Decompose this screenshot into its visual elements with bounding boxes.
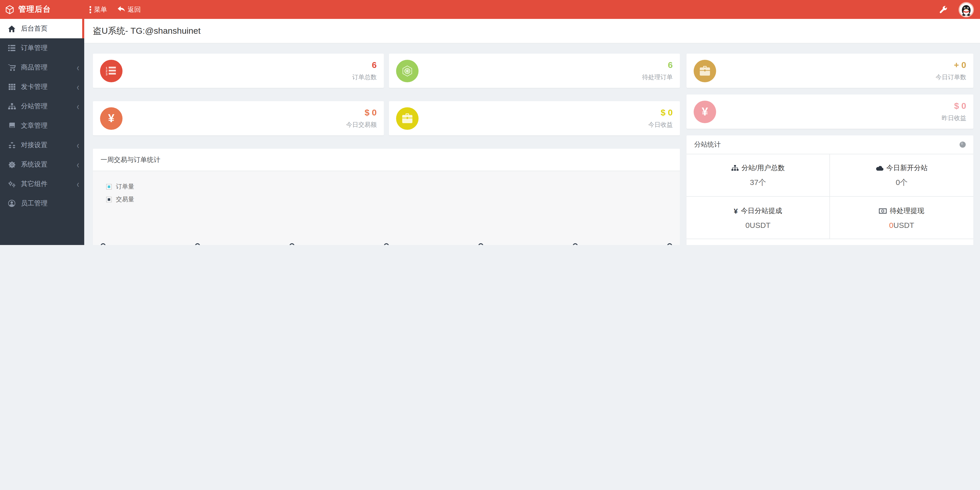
- stat-card-today-profit: $ 0 今日收益: [389, 101, 680, 136]
- list-icon: [8, 45, 16, 51]
- substation-panel: 分站统计 分站/用户总数: [687, 136, 974, 245]
- chart-panel: 一周交易与订单统计 订单量 交易量: [93, 149, 680, 245]
- gear-icon: [8, 161, 16, 168]
- yen-icon: ¥: [100, 107, 123, 129]
- wrench-icon[interactable]: [939, 5, 947, 14]
- topbar: 管理后台 菜单 返回: [0, 0, 980, 19]
- ordered-list-icon: 123: [100, 59, 123, 82]
- chart-panel-header: 一周交易与订单统计: [93, 149, 680, 171]
- book-icon: [8, 122, 16, 129]
- sitemap-icon: [8, 103, 16, 110]
- money-icon: [879, 208, 887, 213]
- substation-cell-label: 分站/用户总数: [741, 163, 785, 172]
- data-point: [573, 243, 578, 245]
- legend-label: 订单量: [116, 182, 134, 191]
- user-icon: [8, 200, 16, 207]
- brand[interactable]: 管理后台: [0, 5, 84, 14]
- data-point: [195, 243, 200, 245]
- brand-title: 管理后台: [18, 5, 51, 14]
- globe-icon: [959, 142, 966, 148]
- sidebar-item-orders[interactable]: 订单管理: [0, 38, 84, 58]
- sidebar-item-cards[interactable]: 发卡管理 ‹: [0, 77, 84, 97]
- substation-cell-withdrawals: 待处理提现 0USDT: [830, 197, 974, 239]
- chart-markers: [93, 243, 680, 245]
- ellipsis-vertical-icon: [89, 6, 91, 13]
- substation-title: 分站统计: [694, 140, 721, 149]
- withdrawal-unit: USDT: [894, 220, 915, 229]
- stat-value: $ 0: [648, 107, 673, 118]
- stat-card-today-volume: ¥ $ 0 今日交易额: [93, 101, 384, 136]
- stat-value: $ 0: [346, 107, 377, 118]
- active-indicator: [82, 19, 84, 38]
- sidebar-item-label: 对接设置: [21, 140, 48, 150]
- reply-arrow-icon: [118, 6, 125, 13]
- cubes-icon: [8, 142, 16, 148]
- sidebar-item-components[interactable]: 其它组件 ‹: [0, 174, 84, 194]
- briefcase-icon: [396, 107, 418, 129]
- sidebar-item-articles[interactable]: 文章管理: [0, 116, 84, 136]
- substation-cell-value: 0USDT: [746, 220, 770, 229]
- stat-value: 6: [352, 60, 377, 70]
- substation-cell-value: 37个: [750, 177, 766, 187]
- sidebar-item-substations[interactable]: 分站管理 ‹: [0, 97, 84, 116]
- avatar[interactable]: [959, 2, 974, 17]
- substation-grid: 分站/用户总数 37个 今日新开分站 0个: [687, 154, 974, 239]
- stat-value: + 0: [935, 60, 966, 70]
- menu-toggle[interactable]: 菜单: [89, 5, 107, 14]
- stat-label: 订单总数: [352, 73, 377, 81]
- substation-cell-commission: ¥ 今日分站提成 0USDT: [687, 197, 830, 239]
- stat-label: 昨日收益: [942, 114, 966, 122]
- sidebar-item-label: 商品管理: [21, 63, 48, 72]
- sidebar-item-label: 其它组件: [21, 179, 48, 188]
- pending-tickets: 待处理工单数量: 0 个: [687, 239, 974, 245]
- left-column: 123 6 订单总数 6 待处理订单: [93, 54, 680, 245]
- sidebar-item-label: 系统设置: [21, 160, 48, 169]
- stat-value: $ 0: [942, 101, 966, 111]
- sitemap-icon: [731, 165, 738, 171]
- yen-icon: ¥: [734, 207, 738, 215]
- cog-icon: [396, 59, 418, 82]
- sidebar-item-home[interactable]: 后台首页: [0, 19, 84, 38]
- back-button[interactable]: 返回: [118, 5, 141, 14]
- stat-label: 待处理订单: [642, 73, 673, 81]
- stat-label: 今日收益: [648, 120, 673, 129]
- weekly-chart: 订单量 交易量: [93, 171, 680, 245]
- home-icon: [8, 25, 16, 32]
- substation-cell-label: 待处理提现: [890, 206, 924, 215]
- chart-legend: 订单量 交易量: [106, 182, 134, 208]
- cloud-icon: [876, 165, 883, 171]
- main-content: 盗U系统- TG:@shanshuinet 123 6 订单总数: [84, 19, 980, 245]
- cart-icon: [8, 64, 16, 71]
- logo-icon: [5, 5, 14, 14]
- admin-dashboard: 管理后台 菜单 返回: [0, 0, 980, 245]
- sidebar-item-products[interactable]: 商品管理 ‹: [0, 58, 84, 77]
- topbar-links: 菜单 返回: [89, 5, 151, 14]
- stat-label: 今日订单数: [935, 73, 966, 81]
- legend-swatch-orders: [106, 184, 112, 190]
- withdrawal-number: 0: [889, 220, 894, 229]
- legend-label: 交易量: [116, 195, 134, 204]
- data-point: [478, 243, 484, 245]
- sidebar-item-label: 订单管理: [21, 43, 48, 53]
- sidebar-item-staff[interactable]: 员工管理: [0, 194, 84, 213]
- stat-card-yesterday-profit: ¥ $ 0 昨日收益: [687, 94, 974, 129]
- substation-cell-label: 今日分站提成: [741, 206, 782, 215]
- legend-item-trades[interactable]: 交易量: [106, 195, 134, 204]
- data-point: [290, 243, 294, 245]
- sidebar: 后台首页 订单管理 商品管理 ‹ 发卡管理 ‹ 分: [0, 19, 84, 245]
- chevron-left-icon: ‹: [77, 82, 79, 92]
- sidebar-item-label: 文章管理: [21, 121, 48, 130]
- stat-label: 今日交易额: [346, 120, 377, 129]
- stat-value: 6: [642, 60, 673, 70]
- sidebar-item-system[interactable]: 系统设置 ‹: [0, 155, 84, 174]
- svg-text:3: 3: [106, 72, 107, 75]
- data-point: [667, 243, 672, 245]
- substation-cell-value: 0个: [896, 177, 908, 187]
- tickets-unit: 个: [858, 244, 864, 245]
- sidebar-item-label: 后台首页: [21, 24, 48, 33]
- data-point: [384, 243, 389, 245]
- legend-item-orders[interactable]: 订单量: [106, 182, 134, 191]
- page-header: 盗U系统- TG:@shanshuinet: [84, 19, 980, 43]
- sidebar-item-integration[interactable]: 对接设置 ‹: [0, 136, 84, 155]
- grid-icon: [8, 84, 16, 90]
